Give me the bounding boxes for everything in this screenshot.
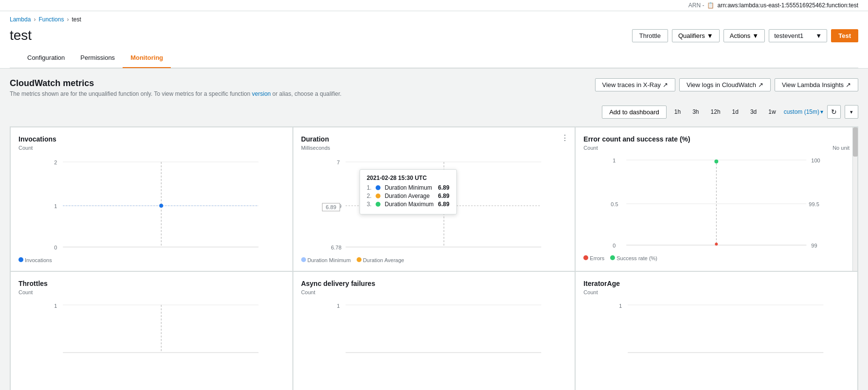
throttles-chart-area: 1 bbox=[18, 299, 285, 359]
iterator-chart-area: 1 bbox=[583, 299, 850, 359]
time-1h[interactable]: 1h bbox=[670, 106, 685, 117]
cloudwatch-desc: The metrics shown are for the unqualifie… bbox=[10, 90, 342, 97]
throttles-chart: Throttles Count 1 bbox=[10, 271, 293, 390]
tooltip-row-3: 3. Duration Maximum 6.89 bbox=[367, 201, 450, 208]
view-insights-button[interactable]: View Lambda Insights ↗ bbox=[775, 78, 858, 91]
qualifiers-button[interactable]: Qualifiers ▼ bbox=[672, 29, 720, 42]
throttles-unit: Count bbox=[18, 289, 285, 295]
refresh-button[interactable]: ↻ bbox=[827, 105, 841, 119]
svg-point-37 bbox=[715, 243, 718, 246]
time-3d[interactable]: 3d bbox=[746, 106, 760, 117]
metrics-actions: View traces in X-Ray ↗ View logs in Clou… bbox=[595, 78, 858, 91]
svg-text:6.89: 6.89 bbox=[326, 204, 336, 210]
svg-text:1: 1 bbox=[613, 158, 616, 163]
time-controls: Add to dashboard 1h 3h 12h 1d 3d 1w cust… bbox=[10, 105, 858, 119]
async-delivery-chart: Async delivery failures Count 1 bbox=[293, 271, 576, 390]
duration-chart: Duration ⋮ Milliseconds 7 6.89 6.78 6.89 bbox=[293, 127, 576, 271]
svg-point-36 bbox=[715, 160, 719, 163]
svg-text:0: 0 bbox=[54, 245, 57, 250]
async-unit: Count bbox=[301, 289, 567, 295]
header-actions: Throttle Qualifiers ▼ Actions ▼ testeven… bbox=[632, 29, 858, 42]
iterator-title: IteratorAge bbox=[583, 280, 850, 287]
async-chart-area: 1 bbox=[301, 299, 567, 359]
svg-text:99.5: 99.5 bbox=[809, 201, 819, 207]
error-rate-chart: Error count and success rate (%) Count N… bbox=[575, 127, 858, 271]
duration-unit: Milliseconds bbox=[301, 145, 567, 151]
chevron-down-icon: ▼ bbox=[815, 32, 822, 39]
iterator-unit: Count bbox=[583, 289, 850, 295]
svg-text:1: 1 bbox=[337, 303, 340, 309]
chevron-down-icon: ▼ bbox=[707, 32, 713, 39]
duration-legend: Duration Minimum Duration Average bbox=[301, 257, 567, 263]
breadcrumb-functions[interactable]: Functions bbox=[38, 16, 64, 23]
time-custom[interactable]: custom (15m) ▾ bbox=[784, 108, 823, 115]
invocations-chart-area: 2 1 0 15:25 15:30 15:35 bbox=[18, 155, 285, 253]
svg-text:2: 2 bbox=[54, 160, 57, 165]
svg-text:99: 99 bbox=[812, 243, 817, 248]
error-rate-legend: Errors Success rate (%) bbox=[583, 255, 850, 261]
breadcrumb-current: test bbox=[72, 16, 81, 23]
tab-permissions[interactable]: Permissions bbox=[72, 48, 123, 68]
add-dashboard-button[interactable]: Add to dashboard bbox=[602, 106, 667, 119]
invocations-chart: Invocations Count 2 1 0 bbox=[10, 127, 293, 271]
duration-tooltip: 2021-02-28 15:30 UTC 1. Duration Minimum… bbox=[360, 169, 457, 214]
chevron-down-icon: ▾ bbox=[820, 108, 823, 115]
error-rate-title: Error count and success rate (%) bbox=[583, 135, 850, 143]
view-xray-button[interactable]: View traces in X-Ray ↗ bbox=[595, 78, 675, 91]
tooltip-row-2: 2. Duration Average 6.89 bbox=[367, 193, 450, 199]
svg-text:1: 1 bbox=[54, 303, 57, 309]
view-cloudwatch-button[interactable]: View logs in CloudWatch ↗ bbox=[679, 78, 771, 91]
throttles-title: Throttles bbox=[18, 280, 285, 287]
duration-chart-area: 7 6.89 6.78 6.89 bbox=[301, 155, 567, 253]
version-link[interactable]: version bbox=[252, 90, 271, 97]
breadcrumb: Lambda › Functions › test bbox=[10, 11, 81, 25]
duration-menu-button[interactable]: ⋮ bbox=[561, 133, 569, 142]
svg-text:6.78: 6.78 bbox=[331, 245, 341, 250]
tab-monitoring[interactable]: Monitoring bbox=[123, 48, 171, 68]
invocations-title: Invocations bbox=[18, 135, 285, 143]
test-button[interactable]: Test bbox=[831, 29, 858, 42]
tab-configuration[interactable]: Configuration bbox=[19, 48, 72, 68]
refresh-options-button[interactable]: ▾ bbox=[845, 105, 858, 119]
time-1w[interactable]: 1w bbox=[764, 106, 779, 117]
external-link-icon: ↗ bbox=[846, 81, 851, 89]
tooltip-row-1: 1. Duration Minimum 6.89 bbox=[367, 184, 450, 191]
error-rate-chart-area: 1 0.5 0 100 99.5 99 bbox=[583, 153, 850, 251]
time-3h[interactable]: 3h bbox=[688, 106, 703, 117]
arn-label: ARN - bbox=[688, 2, 705, 9]
iterator-age-chart: IteratorAge Count 1 bbox=[575, 271, 858, 390]
tooltip-time: 2021-02-28 15:30 UTC bbox=[367, 175, 450, 181]
svg-text:7: 7 bbox=[337, 160, 340, 165]
svg-text:0.5: 0.5 bbox=[611, 201, 618, 207]
page-title: test bbox=[10, 28, 32, 43]
svg-text:100: 100 bbox=[812, 158, 820, 163]
test-event-select[interactable]: testevent1 ▼ bbox=[769, 29, 827, 42]
actions-button[interactable]: Actions ▼ bbox=[723, 29, 765, 42]
external-link-icon: ↗ bbox=[663, 81, 668, 89]
time-12h[interactable]: 12h bbox=[707, 106, 724, 117]
chevron-down-icon: ▼ bbox=[752, 32, 759, 39]
metrics-header: CloudWatch metrics The metrics shown are… bbox=[10, 78, 858, 97]
copy-icon[interactable]: 📋 bbox=[707, 2, 714, 9]
error-unit-right: No unit bbox=[832, 145, 850, 151]
throttle-button[interactable]: Throttle bbox=[632, 29, 668, 42]
time-1d[interactable]: 1d bbox=[728, 106, 742, 117]
tabs: Configuration Permissions Monitoring bbox=[10, 48, 858, 68]
invocations-legend: Invocations bbox=[18, 257, 285, 263]
breadcrumb-lambda[interactable]: Lambda bbox=[10, 16, 31, 23]
external-link-icon: ↗ bbox=[758, 81, 763, 89]
cloudwatch-title: CloudWatch metrics bbox=[10, 78, 342, 89]
svg-text:1: 1 bbox=[54, 203, 57, 209]
arn-value: arn:aws:lambda:us-east-1:555516925462:fu… bbox=[717, 2, 858, 9]
invocations-unit: Count bbox=[18, 145, 285, 151]
svg-text:1: 1 bbox=[619, 303, 622, 309]
error-unit-left: Count bbox=[583, 145, 597, 151]
svg-text:0: 0 bbox=[613, 243, 616, 248]
duration-title: Duration bbox=[301, 135, 567, 143]
async-title: Async delivery failures bbox=[301, 280, 567, 287]
